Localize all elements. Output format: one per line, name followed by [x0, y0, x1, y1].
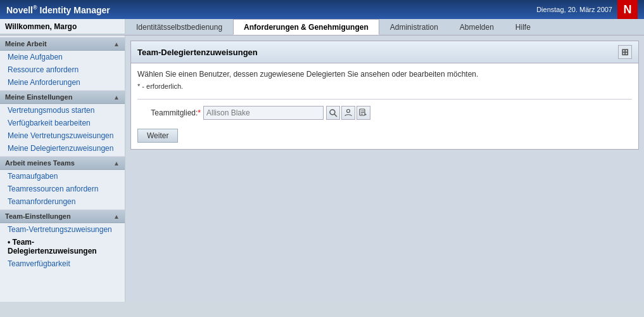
sidebar-section-my-work: Meine Arbeit ▲	[0, 37, 125, 51]
collapse-team-work-icon[interactable]: ▲	[113, 160, 120, 167]
form-icon-buttons	[326, 106, 370, 120]
sidebar-item-team-resources[interactable]: Teamressourcen anfordern	[0, 183, 125, 195]
sidebar-item-my-delegate[interactable]: Meine Delegiertenzuweisungen	[0, 142, 125, 155]
person-select-button[interactable]	[341, 106, 355, 120]
teammember-input[interactable]	[203, 106, 324, 120]
sidebar-item-team-proxy[interactable]: Team-Vertretungszuweisungen	[0, 223, 125, 236]
svg-point-0	[330, 110, 335, 115]
tab-requests[interactable]: Anforderungen & Genehmigungen	[233, 19, 379, 35]
action-row: Weiter	[137, 129, 632, 143]
divider	[137, 99, 632, 100]
collapse-my-settings-icon[interactable]: ▲	[113, 94, 120, 101]
novell-logo: N	[617, 0, 638, 19]
teammember-label: Teammitglied:*	[137, 108, 201, 117]
sidebar-item-my-requests[interactable]: Meine Anforderungen	[0, 76, 125, 89]
content-panel-header: Team-Delegiertenzuweisungen ⊞	[131, 41, 638, 63]
sidebar-item-edit-availability[interactable]: Verfügbarkeit bearbeiten	[0, 117, 125, 129]
sidebar-section-my-settings: Meine Einstellungen ▲	[0, 90, 125, 104]
main-layout: Meine Arbeit ▲ Meine Aufgaben Ressource …	[0, 36, 644, 302]
svg-point-2	[347, 110, 350, 113]
tab-self-service[interactable]: Identitätsselbstbedienung	[125, 19, 233, 35]
collapse-my-work-icon[interactable]: ▲	[113, 41, 120, 48]
content-area: Team-Delegiertenzuweisungen ⊞ Wählen Sie…	[125, 36, 644, 302]
tab-logout[interactable]: Abmelden	[449, 19, 505, 35]
svg-line-1	[334, 114, 337, 117]
tab-administration[interactable]: Administration	[379, 19, 449, 35]
form-row-teammember: Teammitglied:*	[137, 106, 632, 120]
sidebar-item-my-tasks[interactable]: Meine Aufgaben	[0, 51, 125, 63]
description-text: Wählen Sie einen Benutzer, dessen zugewi…	[137, 70, 632, 79]
app-header: Novell® Identity Manager Dienstag, 20. M…	[0, 0, 644, 19]
panel-title: Team-Delegiertenzuweisungen	[137, 48, 258, 57]
collapse-team-settings-icon[interactable]: ▲	[113, 213, 120, 220]
sidebar-section-team-work: Arbeit meines Teams ▲	[0, 156, 125, 170]
sidebar-section-team-settings: Team-Einstellungen ▲	[0, 209, 125, 223]
sidebar-item-team-delegate[interactable]: Team-Delegiertenzuweisungen	[0, 236, 125, 257]
content-panel: Team-Delegiertenzuweisungen ⊞ Wählen Sie…	[130, 41, 639, 150]
sidebar-item-team-availability[interactable]: Teamverfügbarkeit	[0, 257, 125, 270]
sidebar-item-team-requests[interactable]: Teamanforderungen	[0, 195, 125, 208]
welcome-bar: Willkommen, Margo	[0, 19, 125, 34]
sidebar-item-my-proxy[interactable]: Meine Vertretungszuweisungen	[0, 129, 125, 142]
required-note: * - erforderlich.	[137, 82, 632, 90]
sidebar-item-start-proxy[interactable]: Vertretungsmodus starten	[0, 104, 125, 117]
sidebar-item-request-resource[interactable]: Ressource anfordern	[0, 63, 125, 76]
welcome-text: Willkommen, Margo	[5, 22, 77, 31]
grid-icon[interactable]: ⊞	[618, 45, 632, 59]
tab-help[interactable]: Hilfe	[505, 19, 541, 35]
header-date: Dienstag, 20. März 2007	[536, 6, 612, 13]
weiter-button[interactable]: Weiter	[137, 129, 178, 143]
search-button[interactable]	[326, 106, 340, 120]
sidebar-item-team-tasks[interactable]: Teamaufgaben	[0, 170, 125, 183]
app-title: Novell® Identity Manager	[6, 4, 110, 15]
sidebar: Meine Arbeit ▲ Meine Aufgaben Ressource …	[0, 36, 125, 302]
edit-button[interactable]	[357, 106, 370, 120]
